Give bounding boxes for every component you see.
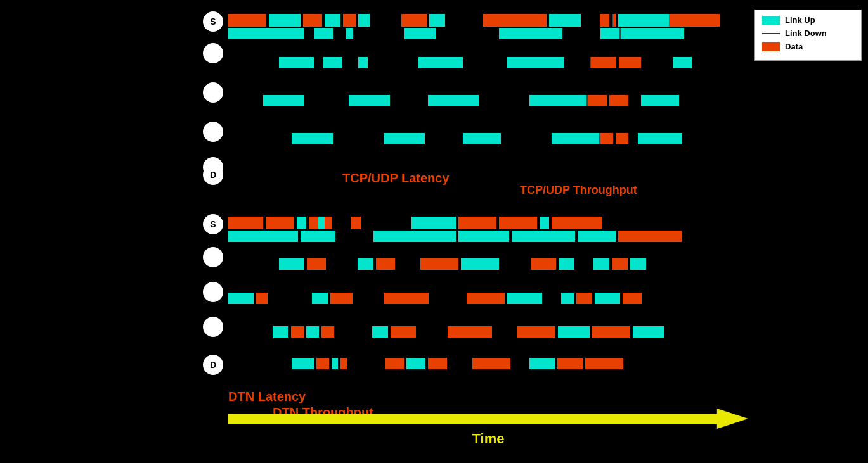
bar: [517, 326, 555, 338]
time-arrow-container: Time: [228, 409, 748, 447]
bar: [291, 326, 304, 338]
bar: [531, 258, 556, 270]
bar: [372, 326, 388, 338]
bar: [512, 231, 575, 242]
bar: [309, 217, 318, 229]
bar: [529, 358, 555, 369]
bar: [358, 57, 368, 68]
legend-item-data: Data: [762, 42, 853, 51]
bar: [228, 14, 266, 27]
bar: [561, 293, 574, 304]
bar: [559, 258, 574, 270]
bar: [633, 326, 664, 338]
bar: [228, 293, 254, 304]
bar: [406, 358, 425, 369]
bar: [507, 57, 564, 68]
bar: [358, 14, 370, 27]
bar: [340, 358, 347, 369]
bar: [549, 14, 581, 27]
bar: [306, 326, 319, 338]
bar: [292, 133, 333, 144]
bar: [623, 293, 642, 304]
legend-label-link-up: Link Up: [785, 15, 815, 25]
row-n2: [228, 95, 679, 106]
node-3-tcpudp: [203, 122, 223, 142]
node-d-tcpudp: D: [203, 165, 223, 185]
bar: [316, 358, 329, 369]
bar: [458, 231, 509, 242]
legend-color-link-up: [762, 16, 780, 25]
bar: [588, 95, 607, 106]
bar: [228, 28, 304, 39]
bar: [612, 258, 628, 270]
bar: [499, 28, 562, 39]
bar: [428, 95, 479, 106]
bar: [428, 358, 447, 369]
bar: [384, 293, 429, 304]
bar: [669, 14, 720, 27]
main-container: Link Up Link Down Data S D: [0, 0, 868, 463]
bar: [638, 133, 682, 144]
bar: [593, 258, 609, 270]
bar: [349, 95, 390, 106]
bar: [256, 293, 268, 304]
bar: [557, 358, 583, 369]
time-arrow: [228, 409, 748, 429]
bar: [279, 57, 314, 68]
legend-item-link-down: Link Down: [762, 29, 853, 38]
bar: [391, 326, 416, 338]
bar: [673, 57, 692, 68]
node-5-dtn: [203, 247, 223, 267]
bar: [600, 28, 619, 39]
node-2-tcpudp: [203, 82, 223, 103]
bar: [404, 28, 436, 39]
node-s-tcpudp: S: [203, 11, 223, 32]
tcpudp-latency-label: TCP/UDP Latency: [342, 171, 450, 186]
node-s-dtn: S: [203, 214, 223, 234]
bar: [401, 14, 427, 27]
bar: [616, 133, 628, 144]
legend: Link Up Link Down Data: [754, 10, 862, 61]
node-d-dtn: D: [203, 355, 223, 375]
legend-color-data: [762, 42, 780, 51]
bar: [279, 258, 304, 270]
bar: [418, 57, 463, 68]
bar: [600, 133, 613, 144]
bar: [463, 133, 501, 144]
bar: [346, 28, 353, 39]
legend-color-link-down: [762, 33, 780, 34]
bar: [228, 231, 298, 242]
bar: [472, 358, 510, 369]
bar: [228, 217, 263, 229]
bar: [323, 57, 342, 68]
bar: [552, 133, 599, 144]
bar: [373, 231, 456, 242]
bar: [358, 258, 373, 270]
bar: [540, 217, 549, 229]
bar: [376, 258, 395, 270]
bar: [595, 293, 620, 304]
bar: [600, 14, 609, 27]
bar: [318, 217, 325, 229]
node-1-tcpudp: [203, 43, 223, 63]
bar: [630, 258, 646, 270]
bar: [499, 217, 537, 229]
bar: [297, 217, 306, 229]
bar: [420, 258, 458, 270]
bar: [330, 293, 353, 304]
bar: [576, 293, 592, 304]
bar: [273, 326, 288, 338]
bar: [558, 326, 590, 338]
bar: [552, 217, 602, 229]
node-6-dtn: [203, 282, 223, 302]
bar: [578, 231, 616, 242]
bar: [467, 293, 505, 304]
bar: [269, 14, 301, 27]
bar: [592, 326, 630, 338]
bar: [384, 133, 425, 144]
bar: [621, 28, 684, 39]
bar: [385, 358, 404, 369]
row-s-top: [228, 14, 720, 27]
bar: [461, 258, 499, 270]
bar: [618, 14, 669, 27]
